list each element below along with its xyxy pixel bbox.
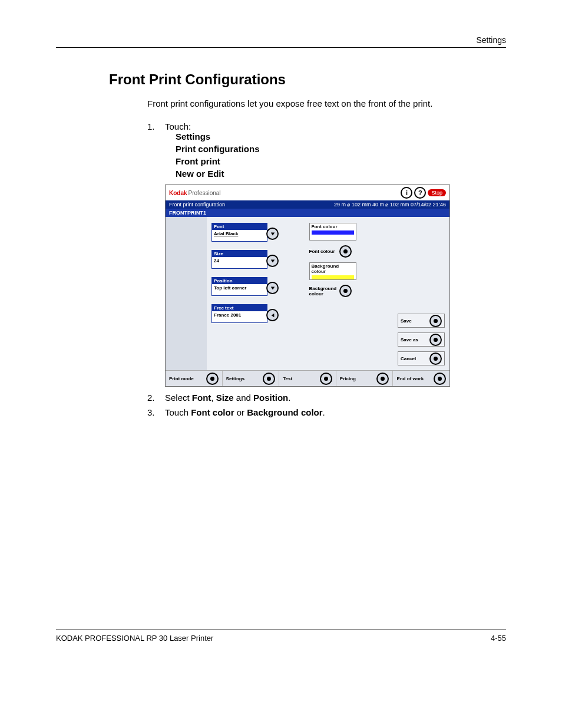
statusbar-left: Front print configuration bbox=[169, 202, 225, 207]
saveas-button[interactable]: Save as bbox=[398, 332, 445, 347]
radio-icon bbox=[376, 373, 389, 385]
svg-marker-2 bbox=[270, 286, 274, 289]
footer-printmode[interactable]: Print mode bbox=[166, 371, 223, 386]
step-3-b1: Font color bbox=[191, 407, 234, 417]
bg-colour-label: Background colour bbox=[310, 263, 356, 275]
footer-test-label: Test bbox=[283, 376, 292, 381]
footer-pricing-label: Pricing bbox=[340, 376, 356, 381]
bg-colour-button[interactable] bbox=[339, 285, 352, 297]
step-1: 1.Touch: bbox=[56, 121, 506, 131]
step-2-mid1: , bbox=[211, 393, 216, 403]
step-1-text: Touch: bbox=[165, 121, 191, 131]
font-colour-swatch: Font colour bbox=[309, 223, 356, 241]
step-2-b3: Position bbox=[253, 393, 288, 403]
page-title: Front Print Configurations bbox=[56, 71, 506, 88]
freetext-field: Free text France 2001 bbox=[211, 304, 267, 323]
stop-button[interactable]: Stop bbox=[428, 189, 446, 196]
page-header: Settings bbox=[56, 35, 506, 48]
screenshot-tab: FRONTPRINT1 bbox=[166, 209, 449, 217]
svg-marker-3 bbox=[271, 313, 274, 317]
step-2-mid2: and bbox=[234, 393, 253, 403]
font-value: Arial Black bbox=[212, 230, 267, 238]
position-dropdown-button[interactable] bbox=[266, 282, 279, 294]
step-2-b1: Font bbox=[192, 393, 211, 403]
brand-professional: Professional bbox=[189, 190, 221, 196]
step-2-num: 2. bbox=[147, 393, 165, 403]
bg-colour-swatch: Background colour bbox=[309, 262, 356, 280]
step-3-mid: or bbox=[234, 407, 247, 417]
step-2-pre: Select bbox=[165, 393, 192, 403]
chevron-down-icon bbox=[270, 259, 275, 263]
font-colour-label: Font colour bbox=[310, 223, 356, 230]
page-footer: KODAK PROFESSIONAL RP 30 Laser Printer 4… bbox=[56, 630, 506, 643]
footer-pricing[interactable]: Pricing bbox=[336, 371, 394, 386]
position-field: Position Top left corner bbox=[211, 277, 267, 296]
bg-colour-swatch-value bbox=[312, 275, 354, 279]
help-icon[interactable]: ? bbox=[414, 187, 426, 199]
save-label: Save bbox=[401, 318, 412, 324]
font-field: Font Arial Black bbox=[211, 223, 267, 242]
chevron-down-icon bbox=[270, 286, 275, 291]
step-1-sub-printconfig: Print configurations bbox=[56, 144, 506, 154]
step-3-post: . bbox=[323, 407, 325, 417]
step-3: 3.Touch Font color or Background color. bbox=[147, 407, 506, 417]
freetext-edit-button[interactable] bbox=[266, 309, 279, 321]
step-2-post: . bbox=[288, 393, 290, 403]
footer-test[interactable]: Test bbox=[279, 371, 336, 386]
step-2: 2.Select Font, Size and Position. bbox=[147, 393, 506, 403]
freetext-value: France 2001 bbox=[212, 311, 267, 319]
size-field: Size 24 bbox=[211, 250, 267, 269]
font-dropdown-button[interactable] bbox=[266, 228, 279, 240]
size-dropdown-button[interactable] bbox=[266, 255, 279, 267]
chevron-down-icon bbox=[270, 232, 275, 236]
size-value: 24 bbox=[212, 257, 267, 265]
size-label: Size bbox=[212, 251, 267, 257]
font-colour-swatch-value bbox=[312, 230, 354, 235]
step-1-sub-newedit: New or Edit bbox=[56, 169, 506, 179]
radio-icon bbox=[434, 373, 446, 385]
footer-printmode-label: Print mode bbox=[169, 376, 194, 381]
footer-endofwork-label: End of work bbox=[396, 376, 424, 381]
statusbar-right: 29 m ⌀ 102 mm 40 m ⌀ 102 mm 07/14/02 21:… bbox=[334, 202, 446, 207]
cancel-button[interactable]: Cancel bbox=[398, 351, 445, 365]
bg-colour-btn-label: Background colour bbox=[309, 286, 338, 297]
info-icon[interactable]: i bbox=[401, 187, 412, 199]
radio-icon bbox=[429, 315, 442, 327]
svg-marker-0 bbox=[270, 232, 274, 235]
step-1-num: 1. bbox=[147, 121, 165, 131]
footer-left: KODAK PROFESSIONAL RP 30 Laser Printer bbox=[56, 634, 213, 643]
step-1-sub-settings: Settings bbox=[56, 131, 506, 141]
save-button[interactable]: Save bbox=[398, 314, 445, 328]
step-2-b2: Size bbox=[216, 393, 234, 403]
step-3-num: 3. bbox=[147, 407, 165, 417]
radio-icon bbox=[429, 334, 442, 346]
intro-text: Front print configurations let you expos… bbox=[56, 98, 506, 108]
footer-right: 4-55 bbox=[491, 634, 506, 643]
step-3-b2: Background color bbox=[247, 407, 322, 417]
position-label: Position bbox=[212, 278, 267, 284]
radio-icon bbox=[429, 353, 442, 365]
screenshot-sidebar bbox=[166, 217, 207, 370]
header-section-label: Settings bbox=[476, 35, 506, 45]
screenshot-titlebar: KodakProfessional i ? Stop bbox=[166, 185, 449, 200]
screenshot-footer: Print mode Settings Test Pricing End of … bbox=[166, 370, 449, 386]
font-label: Font bbox=[212, 223, 267, 230]
cancel-label: Cancel bbox=[401, 356, 416, 361]
footer-settings[interactable]: Settings bbox=[223, 371, 280, 386]
radio-icon bbox=[206, 373, 219, 385]
font-colour-btn-label: Font colour bbox=[309, 249, 338, 254]
step-1-sub-frontprint: Front print bbox=[56, 156, 506, 166]
chevron-left-icon bbox=[270, 313, 275, 318]
screenshot-statusbar: Front print configuration 29 m ⌀ 102 mm … bbox=[166, 200, 449, 209]
footer-settings-label: Settings bbox=[226, 376, 245, 381]
saveas-label: Save as bbox=[401, 337, 418, 342]
footer-endofwork[interactable]: End of work bbox=[393, 371, 449, 386]
svg-marker-1 bbox=[270, 259, 274, 262]
radio-icon bbox=[263, 373, 275, 385]
brand-kodak: Kodak bbox=[169, 190, 187, 196]
step-3-pre: Touch bbox=[165, 407, 191, 417]
radio-icon bbox=[320, 373, 332, 385]
freetext-label: Free text bbox=[212, 305, 267, 311]
font-colour-button[interactable] bbox=[339, 245, 352, 258]
embedded-screenshot: KodakProfessional i ? Stop Front print c… bbox=[165, 185, 450, 387]
